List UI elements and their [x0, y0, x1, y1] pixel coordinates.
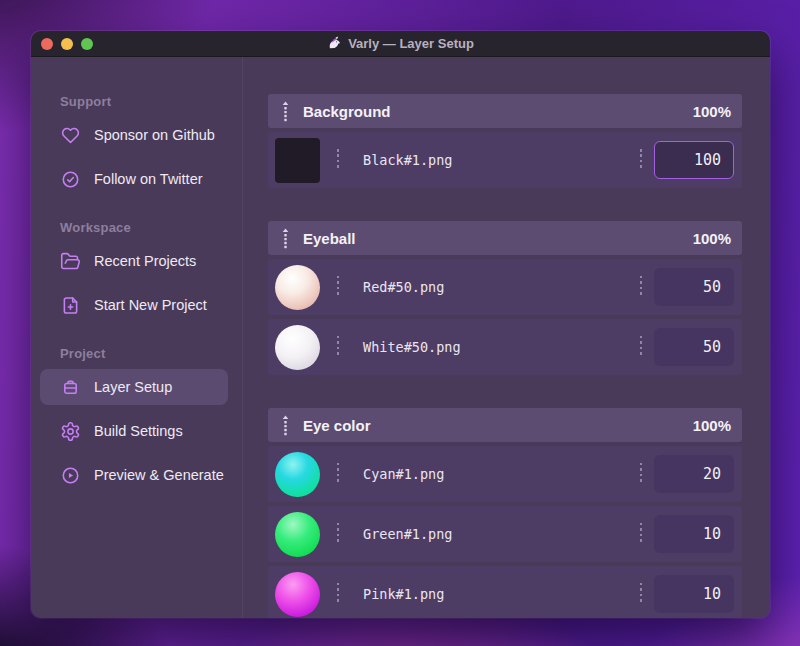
layer-group-opacity: 100%: [693, 103, 731, 120]
layer-thumbnail-green-sphere: [275, 512, 320, 557]
sidebar-item-label: Start New Project: [94, 297, 207, 313]
sidebar-item-label: Build Settings: [94, 423, 183, 439]
gear-icon: [60, 421, 81, 442]
window-title-text: Varly — Layer Setup: [348, 36, 474, 51]
layer-weight-input[interactable]: [654, 575, 734, 613]
dotted-divider: [337, 583, 339, 605]
layer-group-name: Eyeball: [303, 230, 356, 247]
layer-row: Cyan#1.png: [268, 446, 742, 502]
sidebar-item-recent-projects[interactable]: Recent Projects: [40, 243, 228, 279]
unicorn-icon: [327, 36, 342, 51]
dotted-divider: [640, 583, 642, 605]
dotted-divider: [640, 463, 642, 485]
sidebar-item-label: Preview & Generate: [94, 467, 224, 483]
sidebar-item-follow-on-twitter[interactable]: Follow on Twitter: [40, 161, 228, 197]
drag-handle-icon[interactable]: [281, 415, 290, 436]
layer-thumbnail-white-sphere: [275, 325, 320, 370]
sidebar-item-label: Recent Projects: [94, 253, 196, 269]
app-window: Varly — Layer Setup SupportSponsor on Gi…: [31, 31, 770, 618]
layer-filename: Pink#1.png: [363, 586, 640, 602]
dotted-divider: [640, 276, 642, 298]
close-button[interactable]: [41, 38, 53, 50]
sidebar-section-label: Workspace: [60, 220, 242, 235]
layer-weight-input[interactable]: [654, 141, 734, 179]
layer-group-header: Eye color100%: [268, 408, 742, 442]
layer-group-eyeball: Eyeball100%Red#50.pngWhite#50.png: [268, 221, 742, 375]
layer-box-icon: [60, 377, 81, 398]
layer-setup-panel: Background100%Black#1.pngEyeball100%Red#…: [243, 57, 770, 618]
layer-group-eye-color: Eye color100%Cyan#1.pngGreen#1.pngPink#1…: [268, 408, 742, 618]
layer-filename: Black#1.png: [363, 152, 640, 168]
layer-group-header: Eyeball100%: [268, 221, 742, 255]
verified-check-icon: [60, 169, 81, 190]
layer-filename: White#50.png: [363, 339, 640, 355]
zoom-button[interactable]: [81, 38, 93, 50]
layer-weight-input[interactable]: [654, 455, 734, 493]
layer-filename: Green#1.png: [363, 526, 640, 542]
folder-open-icon: [60, 251, 81, 272]
window-body: SupportSponsor on GithubFollow on Twitte…: [31, 57, 770, 618]
layer-row: White#50.png: [268, 319, 742, 375]
dotted-divider: [337, 523, 339, 545]
layer-thumbnail-pink-sphere: [275, 572, 320, 617]
sidebar-section-label: Project: [60, 346, 242, 361]
sidebar-item-preview-generate[interactable]: Preview & Generate: [40, 457, 228, 493]
layer-thumbnail-red-sphere: [275, 265, 320, 310]
sidebar-item-start-new-project[interactable]: Start New Project: [40, 287, 228, 323]
dotted-divider: [640, 523, 642, 545]
sidebar-item-label: Follow on Twitter: [94, 171, 203, 187]
titlebar: Varly — Layer Setup: [31, 31, 770, 57]
layer-weight-input[interactable]: [654, 515, 734, 553]
layer-filename: Red#50.png: [363, 279, 640, 295]
dotted-divider: [337, 336, 339, 358]
play-circle-icon: [60, 465, 81, 486]
layer-group-background: Background100%Black#1.png: [268, 94, 742, 188]
layer-thumbnail-cyan-sphere: [275, 452, 320, 497]
layer-group-name: Eye color: [303, 417, 371, 434]
layer-filename: Cyan#1.png: [363, 466, 640, 482]
sidebar: SupportSponsor on GithubFollow on Twitte…: [31, 57, 243, 618]
dotted-divider: [337, 149, 339, 171]
dotted-divider: [337, 463, 339, 485]
sidebar-item-label: Layer Setup: [94, 379, 172, 395]
dotted-divider: [337, 276, 339, 298]
layer-group-header: Background100%: [268, 94, 742, 128]
sidebar-item-layer-setup[interactable]: Layer Setup: [40, 369, 228, 405]
minimize-button[interactable]: [61, 38, 73, 50]
layer-group-name: Background: [303, 103, 391, 120]
drag-handle-icon[interactable]: [281, 228, 290, 249]
dotted-divider: [640, 149, 642, 171]
layer-thumbnail-black-square: [275, 138, 320, 183]
sidebar-item-sponsor-on-github[interactable]: Sponsor on Github: [40, 117, 228, 153]
layer-weight-input[interactable]: [654, 268, 734, 306]
layer-group-opacity: 100%: [693, 417, 731, 434]
sidebar-section-label: Support: [60, 94, 242, 109]
traffic-lights: [41, 38, 93, 50]
sidebar-item-build-settings[interactable]: Build Settings: [40, 413, 228, 449]
layer-group-opacity: 100%: [693, 230, 731, 247]
sidebar-item-label: Sponsor on Github: [94, 127, 215, 143]
layer-row: Green#1.png: [268, 506, 742, 562]
layer-row: Pink#1.png: [268, 566, 742, 618]
drag-handle-icon[interactable]: [281, 101, 290, 122]
window-title: Varly — Layer Setup: [31, 31, 770, 56]
dotted-divider: [640, 336, 642, 358]
heart-icon: [60, 125, 81, 146]
layer-row: Black#1.png: [268, 132, 742, 188]
file-plus-icon: [60, 295, 81, 316]
layer-row: Red#50.png: [268, 259, 742, 315]
layer-weight-input[interactable]: [654, 328, 734, 366]
